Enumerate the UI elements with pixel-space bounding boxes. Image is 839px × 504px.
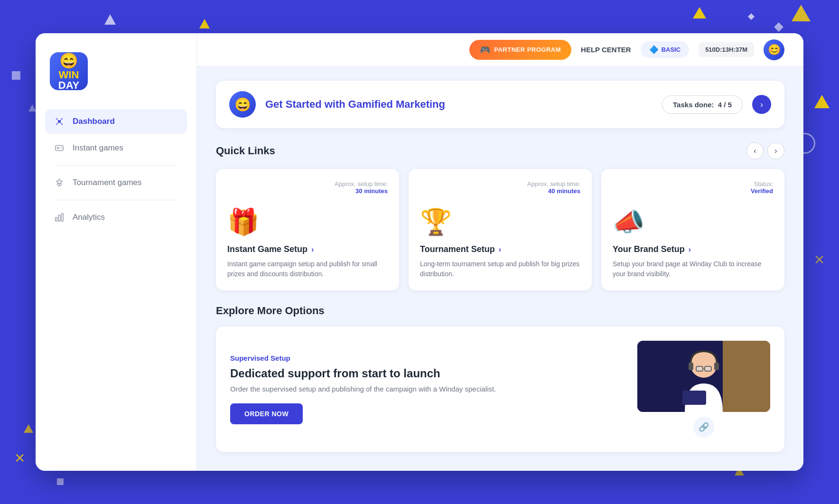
content-area: 😄 Get Started with Gamified Marketing Ta…: [197, 66, 803, 471]
tournament-icon: [54, 177, 65, 188]
tasks-done-badge: Tasks done: 4 / 5: [662, 95, 743, 114]
banner-mascot: 😄: [229, 91, 256, 118]
logo-area: 😄 WIN DAY: [36, 52, 196, 109]
sidebar: 😄 WIN DAY: [36, 33, 197, 471]
tournament-time: 40 minutes: [548, 187, 580, 195]
quick-links-grid: Approx. setup time: 30 minutes 🎁 Instant…: [216, 169, 784, 290]
explore-main-title: Dedicated support from start to launch: [230, 367, 623, 380]
tournament-arrow: ›: [499, 245, 501, 254]
brand-meta: Status: Verified: [613, 180, 773, 197]
explore-header: Explore More Options: [216, 305, 784, 317]
svg-point-12: [61, 147, 62, 148]
instant-game-desc: Instant game campaign setup and publish …: [227, 259, 388, 279]
svg-rect-22: [689, 363, 693, 370]
partner-btn-label: PARTNER PROGRAM: [494, 46, 561, 53]
tournament-icon: 🏆: [420, 207, 580, 237]
dashboard-icon: [54, 116, 65, 127]
logo-text: WIN DAY: [58, 70, 79, 90]
partner-icon: 🎮: [480, 45, 491, 55]
tournament-meta: Approx. setup time: 40 minutes: [420, 180, 580, 197]
svg-line-6: [60, 120, 61, 121]
svg-line-8: [60, 122, 61, 123]
user-avatar[interactable]: 😊: [764, 39, 784, 60]
help-center-link[interactable]: HELP CENTER: [581, 46, 631, 54]
instant-game-meta: Approx. setup time: 30 minutes: [227, 180, 388, 197]
quick-links-prev-button[interactable]: ‹: [746, 142, 764, 159]
explore-content: Supervised Setup Dedicated support from …: [230, 354, 623, 424]
tournament-title: Tournament Setup ›: [420, 244, 580, 254]
share-icon: 🔗: [699, 422, 709, 432]
brand-desc: Setup your brand page at Winday Club to …: [613, 259, 773, 279]
instant-game-setup-card[interactable]: Approx. setup time: 30 minutes 🎁 Instant…: [216, 169, 399, 290]
nav-link-tournament-games[interactable]: Tournament games: [45, 170, 187, 195]
quick-links-nav: ‹ ›: [746, 142, 784, 159]
avatar-emoji: 😊: [768, 44, 781, 56]
svg-rect-16: [56, 217, 57, 221]
explore-title: Explore More Options: [216, 305, 325, 317]
nav-item-analytics[interactable]: Analytics: [45, 205, 187, 230]
order-now-button[interactable]: ORDER NOW: [230, 403, 303, 424]
quick-links-header: Quick Links ‹ ›: [216, 142, 784, 159]
nav-link-instant-games[interactable]: Instant games: [45, 136, 187, 160]
tournament-setup-card[interactable]: Approx. setup time: 40 minutes 🏆 Tournam…: [409, 169, 592, 290]
svg-point-3: [56, 123, 58, 125]
plan-label: BASIC: [662, 46, 681, 53]
share-icon-button[interactable]: 🔗: [693, 417, 714, 438]
nav-label-dashboard: Dashboard: [73, 117, 115, 126]
brand-arrow: ›: [689, 245, 691, 254]
svg-rect-27: [682, 391, 706, 405]
brand-meta-label: Status:: [754, 180, 773, 187]
app-logo[interactable]: 😄 WIN DAY: [50, 52, 88, 90]
brand-title: Your Brand Setup ›: [613, 244, 773, 254]
nav-link-analytics[interactable]: Analytics: [45, 205, 187, 230]
explore-section: Explore More Options Supervised Setup De…: [216, 305, 784, 452]
instant-game-title: Instant Game Setup ›: [227, 244, 388, 254]
svg-line-5: [57, 120, 58, 121]
svg-rect-25: [705, 366, 711, 371]
instant-game-arrow: ›: [311, 245, 314, 254]
countdown-timer: 510D:13H:37M: [699, 42, 754, 57]
nav-item-tournament-games[interactable]: Tournament games: [45, 170, 187, 195]
explore-image: [637, 341, 770, 412]
instant-games-icon: [54, 142, 65, 154]
instant-game-icon: 🎁: [227, 207, 388, 237]
nav-link-dashboard[interactable]: Dashboard: [45, 109, 187, 134]
tournament-meta-label: Approx. setup time:: [527, 180, 580, 187]
nav-label-analytics: Analytics: [73, 213, 105, 222]
topbar: 🎮 PARTNER PROGRAM HELP CENTER 🔷 BASIC 51…: [197, 33, 803, 66]
svg-rect-17: [58, 215, 60, 221]
brand-status: Verified: [751, 187, 773, 195]
svg-rect-20: [723, 341, 770, 412]
brand-setup-card[interactable]: Status: Verified 📣 Your Brand Setup › Se…: [601, 169, 784, 290]
explore-label: Supervised Setup: [230, 354, 623, 362]
svg-point-2: [61, 118, 63, 120]
banner-title: Get Started with Gamified Marketing: [265, 98, 653, 111]
partner-program-button[interactable]: 🎮 PARTNER PROGRAM: [469, 40, 571, 60]
plan-badge[interactable]: 🔷 BASIC: [641, 41, 689, 58]
get-started-banner: 😄 Get Started with Gamified Marketing Ta…: [216, 81, 784, 128]
svg-rect-23: [714, 363, 719, 370]
svg-rect-24: [696, 366, 703, 371]
quick-links-title: Quick Links: [216, 145, 275, 157]
instant-game-meta-label: Approx. setup time:: [335, 180, 388, 187]
tournament-desc: Long-term tournament setup and publish f…: [420, 259, 580, 279]
svg-line-7: [57, 122, 58, 123]
nav-divider: [55, 165, 177, 166]
nav-label-tournament-games: Tournament games: [73, 178, 142, 187]
brand-icon: 📣: [613, 207, 773, 237]
svg-rect-18: [62, 214, 64, 222]
nav-divider-2: [55, 200, 177, 200]
main-app-container: 😄 WIN DAY: [36, 33, 803, 471]
explore-desc: Order the supervised setup and publishin…: [230, 385, 623, 393]
plan-icon: 🔷: [649, 45, 659, 54]
quick-links-next-button[interactable]: ›: [767, 142, 784, 159]
banner-arrow-button[interactable]: ›: [752, 95, 771, 114]
explore-card: Supervised Setup Dedicated support from …: [216, 327, 784, 452]
nav-item-dashboard[interactable]: Dashboard: [45, 109, 187, 134]
nav-menu: Dashboard Instant games: [36, 109, 196, 232]
svg-point-13: [62, 148, 63, 149]
analytics-icon: [54, 212, 65, 223]
instant-game-time: 30 minutes: [355, 187, 388, 195]
svg-point-1: [56, 118, 58, 120]
nav-item-instant-games[interactable]: Instant games: [45, 136, 187, 160]
